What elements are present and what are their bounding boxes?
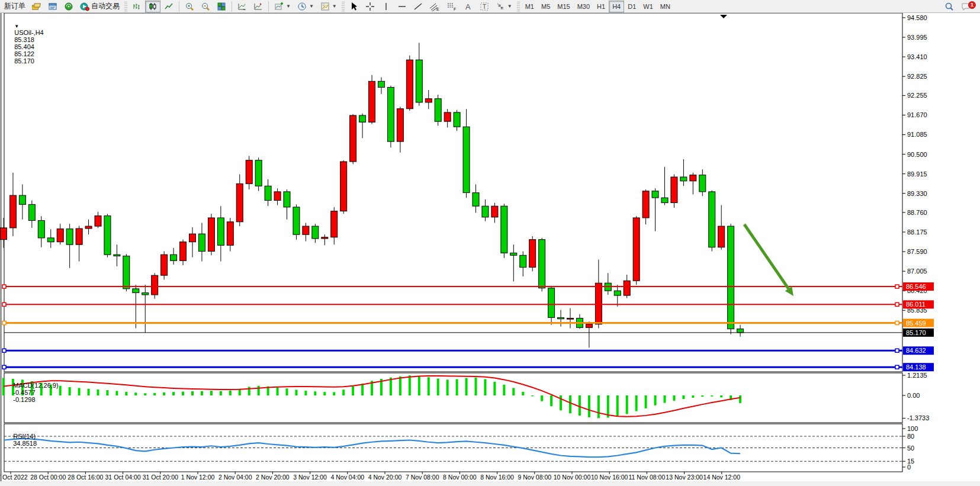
candlestick-chart-button[interactable]	[145, 1, 160, 12]
tile-windows-button[interactable]	[214, 1, 229, 12]
timeframe-M30[interactable]: M30	[574, 1, 593, 12]
crosshair-button[interactable]	[362, 1, 378, 12]
trendline-icon	[413, 2, 423, 11]
timeframe-M1[interactable]: M1	[522, 1, 538, 12]
timeframe-D1[interactable]: D1	[624, 1, 640, 12]
cursor-button[interactable]	[346, 1, 362, 12]
vertical-line-button[interactable]	[378, 1, 394, 12]
new-order-label: 新订单	[4, 1, 25, 11]
line-chart-button[interactable]	[161, 1, 176, 12]
chart-window: 94.58093.99593.41092.82592.25591.67091.0…	[0, 13, 980, 486]
price-tick-label: 93.995	[907, 34, 927, 41]
badge-text: 86.011	[906, 301, 926, 308]
badge-text: 86.546	[906, 283, 926, 290]
candle-body	[567, 318, 574, 320]
templates-button[interactable]: ▼	[317, 1, 340, 12]
timeframe-MN[interactable]: MN	[657, 1, 674, 12]
candle-body	[114, 255, 120, 256]
price-tick-label: 87.590	[907, 248, 927, 255]
hline-handle[interactable]	[895, 321, 899, 325]
candle-body	[236, 184, 243, 221]
zoom-out-icon	[201, 2, 210, 11]
chart-shift-icon	[253, 2, 263, 11]
toolbar-separator	[268, 1, 269, 12]
candle-body	[9, 195, 16, 228]
candle-body	[652, 191, 658, 198]
candle-body	[728, 226, 734, 329]
candle-body	[142, 293, 149, 295]
data-window-button[interactable]	[61, 1, 76, 12]
horizontal-line-button[interactable]	[394, 1, 410, 12]
bar-chart-button[interactable]	[129, 1, 144, 12]
candle-body	[520, 255, 526, 267]
price-badge-86.011: 86.011	[903, 300, 934, 308]
hline-handle[interactable]	[2, 365, 6, 369]
candle-body	[123, 256, 130, 288]
main-chart-panel[interactable]	[4, 13, 902, 372]
hline-handle[interactable]	[895, 285, 899, 288]
candle-body	[104, 216, 111, 255]
price-tick-label: 90.500	[907, 151, 927, 158]
new-order-button[interactable]: 新订单	[1, 1, 28, 12]
equidistant-channel-button[interactable]: E	[426, 1, 443, 12]
timeframe-H4[interactable]: H4	[609, 1, 624, 12]
autotrading-button[interactable]: 自动交易	[77, 1, 123, 12]
hline-handle[interactable]	[895, 349, 899, 352]
macd-panel[interactable]	[4, 373, 902, 423]
fibonacci-button[interactable]: F	[444, 1, 460, 12]
text-button[interactable]: A	[461, 1, 476, 12]
trendline-button[interactable]	[410, 1, 426, 12]
candle-body	[529, 240, 536, 268]
candle-body	[369, 81, 375, 122]
periods-button[interactable]: ▼	[294, 1, 317, 12]
price-tick-label: 92.255	[907, 92, 927, 99]
search-button[interactable]	[942, 1, 957, 12]
crosshair-icon	[365, 2, 375, 11]
chart-canvas[interactable]: 94.58093.99593.41092.82592.25591.67091.0…	[0, 13, 980, 486]
zoom-out-button[interactable]	[198, 1, 213, 12]
hline-handle[interactable]	[2, 321, 6, 325]
price-tick-label: 93.410	[907, 53, 927, 60]
timeframe-H1[interactable]: H1	[593, 1, 609, 12]
zoom-in-button[interactable]	[182, 1, 197, 12]
market-watch-button[interactable]	[45, 1, 60, 12]
hline-handle[interactable]	[895, 302, 899, 306]
candle-body	[463, 127, 470, 192]
text-label-button[interactable]: T	[477, 1, 492, 12]
candle-body	[671, 177, 677, 203]
time-label: 4 Nov 04:00	[330, 474, 364, 481]
macd-scale-label: 1.2135	[907, 372, 927, 379]
indicators-icon	[274, 2, 284, 11]
hline-handle[interactable]	[2, 349, 6, 352]
price-tick-label: 94.580	[907, 14, 927, 21]
dropdown-arrow-icon: ▼	[332, 4, 337, 9]
time-label: 9 Nov 08:00	[518, 474, 551, 481]
hline-handle[interactable]	[2, 285, 6, 288]
text-icon: A	[464, 2, 473, 11]
candle-body	[595, 283, 602, 324]
candle-body	[397, 109, 403, 141]
time-label: 10 Nov 16:00	[591, 474, 628, 481]
svg-text:E: E	[436, 7, 439, 11]
candle-body	[642, 191, 649, 218]
candle-body	[491, 206, 498, 217]
arrows-button[interactable]: ▼	[493, 1, 515, 12]
price-badge-84.138: 84.138	[903, 363, 934, 371]
hline-handle[interactable]	[895, 365, 899, 369]
candle-body	[171, 255, 177, 260]
chart-shift-button[interactable]	[250, 1, 266, 12]
indicators-button[interactable]: ▼	[271, 1, 294, 12]
vertical-line-icon	[381, 2, 391, 11]
candle-body	[19, 195, 25, 204]
fibonacci-icon: F	[446, 2, 457, 11]
hline-handle[interactable]	[2, 302, 6, 306]
timeframe-W1[interactable]: W1	[640, 1, 657, 12]
timeframe-M5[interactable]: M5	[538, 1, 554, 12]
auto-scroll-button[interactable]	[234, 1, 250, 12]
timeframe-M15[interactable]: M15	[554, 1, 573, 12]
price-badge-85.170: 85.170	[903, 329, 934, 337]
new-chart-button[interactable]	[29, 1, 44, 12]
candle-body	[293, 207, 300, 234]
notification-badge: 1	[968, 1, 976, 9]
notifications-button[interactable]: 1	[957, 1, 979, 12]
